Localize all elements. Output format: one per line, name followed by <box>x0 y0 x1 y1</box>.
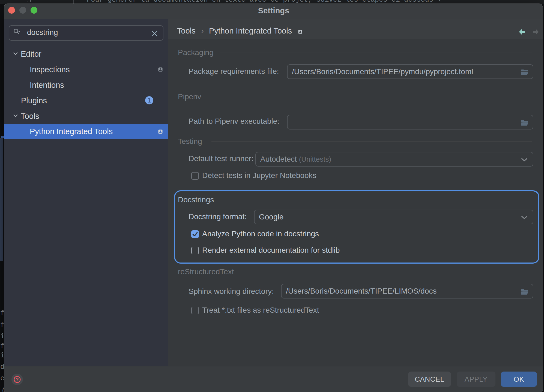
svg-text:?: ? <box>16 377 19 382</box>
